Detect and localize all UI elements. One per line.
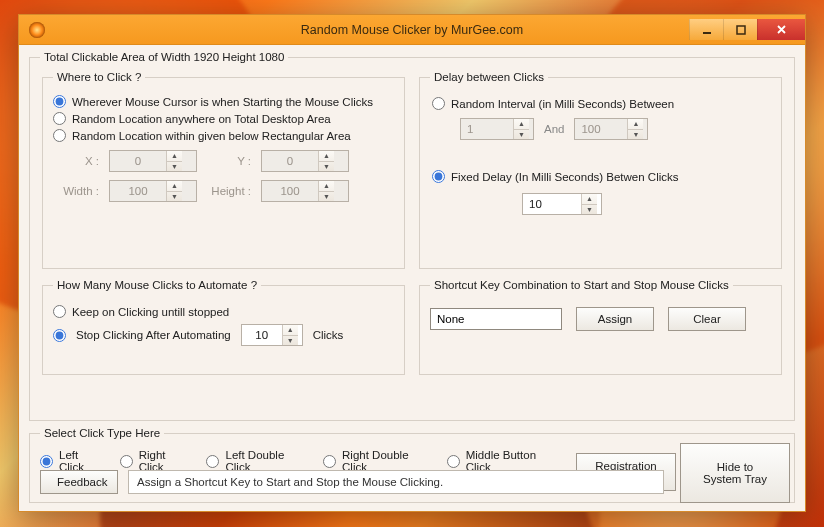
width-input[interactable] (110, 181, 166, 201)
x-label: X : (53, 155, 101, 167)
x-spinner[interactable]: ▲▼ (109, 150, 197, 172)
how-many-group: How Many Mouse Clicks to Automate ? Keep… (42, 279, 405, 375)
clear-button[interactable]: Clear (668, 307, 746, 331)
keep-clicking-radio[interactable] (53, 305, 66, 318)
height-spinner[interactable]: ▲▼ (261, 180, 349, 202)
up-arrow-icon[interactable]: ▲ (628, 119, 643, 129)
where-legend: Where to Click ? (53, 71, 145, 83)
middle-click-radio[interactable] (447, 455, 460, 468)
svg-rect-0 (703, 32, 711, 34)
delay-fixed-input[interactable] (523, 194, 581, 214)
svg-rect-1 (737, 26, 745, 34)
down-arrow-icon[interactable]: ▼ (319, 161, 334, 172)
up-arrow-icon[interactable]: ▲ (167, 151, 182, 161)
where-desktop-label: Random Location anywhere on Total Deskto… (72, 113, 331, 125)
stop-after-label: Stop Clicking After Automating (76, 329, 231, 341)
right-double-click-radio[interactable] (323, 455, 336, 468)
where-to-click-group: Where to Click ? Wherever Mouse Cursor i… (42, 71, 405, 269)
stop-count-input[interactable] (242, 325, 282, 345)
app-icon (29, 22, 45, 38)
shortcut-input[interactable] (430, 308, 562, 330)
click-type-legend: Select Click Type Here (40, 427, 164, 439)
assign-button[interactable]: Assign (576, 307, 654, 331)
y-input[interactable] (262, 151, 318, 171)
up-arrow-icon[interactable]: ▲ (582, 194, 597, 204)
up-arrow-icon[interactable]: ▲ (167, 181, 182, 191)
up-arrow-icon[interactable]: ▲ (319, 181, 334, 191)
close-button[interactable] (757, 19, 805, 40)
where-cursor-label: Wherever Mouse Cursor is when Starting t… (72, 96, 373, 108)
title-bar[interactable]: Random Mouse Clicker by MurGee.com (19, 15, 805, 45)
x-input[interactable] (110, 151, 166, 171)
clicks-suffix: Clicks (313, 329, 344, 341)
stop-count-spinner[interactable]: ▲▼ (241, 324, 303, 346)
where-desktop-radio[interactable] (53, 112, 66, 125)
howmany-legend: How Many Mouse Clicks to Automate ? (53, 279, 261, 291)
left-click-radio[interactable] (40, 455, 53, 468)
where-cursor-radio[interactable] (53, 95, 66, 108)
outer-legend: Total Clickable Area of Width 1920 Heigh… (40, 51, 288, 63)
click-type-group: Select Click Type Here Left Click Right … (29, 427, 795, 503)
close-icon (776, 24, 787, 35)
down-arrow-icon[interactable]: ▼ (283, 335, 298, 346)
y-label: Y : (205, 155, 253, 167)
down-arrow-icon[interactable]: ▼ (514, 129, 529, 140)
status-bar: Assign a Shortcut Key to Start and Stop … (128, 470, 664, 494)
right-click-radio[interactable] (120, 455, 133, 468)
delay-fixed-label: Fixed Delay (In Milli Seconds) Betwen Cl… (451, 171, 679, 183)
up-arrow-icon[interactable]: ▲ (319, 151, 334, 161)
keep-clicking-label: Keep on Clicking untill stopped (72, 306, 229, 318)
outer-group: Total Clickable Area of Width 1920 Heigh… (29, 51, 795, 421)
down-arrow-icon[interactable]: ▼ (167, 161, 182, 172)
maximize-button[interactable] (723, 19, 757, 40)
down-arrow-icon[interactable]: ▼ (628, 129, 643, 140)
height-label: Height : (205, 185, 253, 197)
delay-fixed-radio[interactable] (432, 170, 445, 183)
up-arrow-icon[interactable]: ▲ (514, 119, 529, 129)
delay-random-label: Random Interval (in Milli Seconds) Betwe… (451, 98, 674, 110)
down-arrow-icon[interactable]: ▼ (582, 204, 597, 215)
height-input[interactable] (262, 181, 318, 201)
up-arrow-icon[interactable]: ▲ (283, 325, 298, 335)
down-arrow-icon[interactable]: ▼ (319, 191, 334, 202)
y-spinner[interactable]: ▲▼ (261, 150, 349, 172)
where-rect-label: Random Location within given below Recta… (72, 130, 351, 142)
hide-to-tray-button[interactable]: Hide to System Tray (680, 443, 790, 503)
delay-from-spinner[interactable]: ▲▼ (460, 118, 534, 140)
delay-group: Delay between Clicks Random Interval (in… (419, 71, 782, 269)
stop-after-radio[interactable] (53, 329, 66, 342)
app-window: Random Mouse Clicker by MurGee.com Total… (18, 14, 806, 512)
delay-fixed-spinner[interactable]: ▲▼ (522, 193, 602, 215)
width-label: Width : (53, 185, 101, 197)
delay-from-input[interactable] (461, 119, 513, 139)
delay-random-radio[interactable] (432, 97, 445, 110)
delay-legend: Delay between Clicks (430, 71, 548, 83)
delay-to-input[interactable] (575, 119, 627, 139)
client-area: Total Clickable Area of Width 1920 Heigh… (19, 45, 805, 511)
maximize-icon (736, 25, 746, 35)
delay-to-spinner[interactable]: ▲▼ (574, 118, 648, 140)
down-arrow-icon[interactable]: ▼ (167, 191, 182, 202)
feedback-button[interactable]: Feedback (40, 470, 118, 494)
rect-coords: X : ▲▼ Y : ▲▼ Width : (53, 150, 394, 202)
where-rect-radio[interactable] (53, 129, 66, 142)
window-controls (689, 19, 805, 40)
width-spinner[interactable]: ▲▼ (109, 180, 197, 202)
shortcut-legend: Shortcut Key Combination to Start and St… (430, 279, 733, 291)
window-title: Random Mouse Clicker by MurGee.com (19, 23, 805, 37)
minimize-icon (702, 25, 712, 35)
left-double-click-radio[interactable] (206, 455, 219, 468)
minimize-button[interactable] (689, 19, 723, 40)
delay-and-label: And (544, 123, 564, 135)
shortcut-group: Shortcut Key Combination to Start and St… (419, 279, 782, 375)
